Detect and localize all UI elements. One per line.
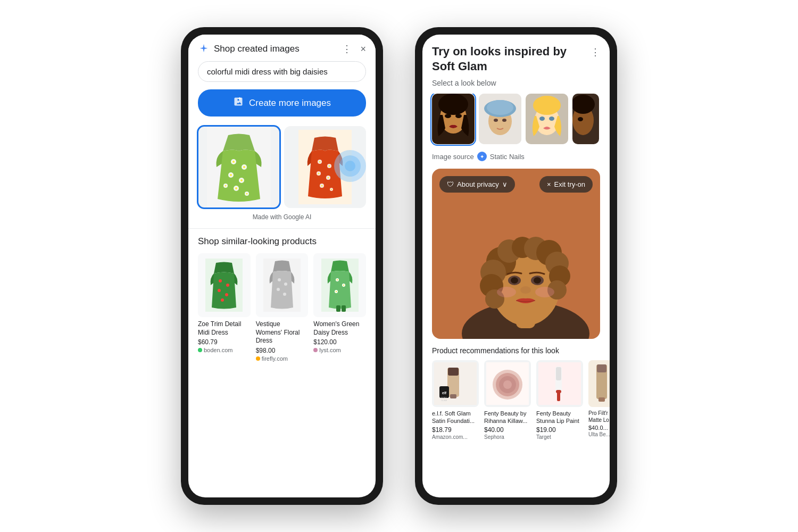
svg-point-68 xyxy=(549,117,554,121)
p2-product-store-3: Target xyxy=(536,434,583,440)
circle-decoration xyxy=(331,142,369,190)
p2-title: Try on looks inspired by Soft Glam xyxy=(432,44,570,73)
phone-2-screen: Try on looks inspired by Soft Glam ⋮ Sel… xyxy=(422,35,610,497)
look-thumb-1[interactable] xyxy=(432,94,475,144)
p2-product-card-3[interactable]: Fenty Beauty Stunna Lip Paint $19.00 Tar… xyxy=(536,360,583,440)
svg-point-72 xyxy=(578,117,583,121)
svg-rect-109 xyxy=(556,367,561,380)
svg-point-16 xyxy=(225,185,227,187)
image-card-green-dress[interactable] xyxy=(198,126,280,208)
image-source-label: Image source xyxy=(432,153,474,161)
ai-label: Made with Google AI xyxy=(188,213,376,221)
fenty-blush-image xyxy=(486,362,529,405)
similar-products-title: Shop similar-looking products xyxy=(188,236,376,253)
svg-point-6 xyxy=(243,166,245,168)
svg-point-36 xyxy=(218,289,221,292)
source-brand-icon: ✦ xyxy=(477,152,487,161)
p2-header: Try on looks inspired by Soft Glam ⋮ xyxy=(422,35,610,77)
p2-product-image-1: elf SOFT GLAM xyxy=(432,360,479,407)
svg-point-63 xyxy=(502,119,506,122)
p2-product-image-2 xyxy=(484,360,531,407)
product-price-1: $60.79 xyxy=(198,338,251,346)
phone-2: Try on looks inspired by Soft Glam ⋮ Sel… xyxy=(415,27,617,505)
product-card-2[interactable]: Vestique Womens' Floral Dress $98.00 fir… xyxy=(256,253,309,362)
svg-rect-97 xyxy=(450,394,456,398)
source-brand: Static Nails xyxy=(490,153,525,161)
phone-1: Shop created images ⋮ × colorful midi dr… xyxy=(181,27,383,505)
close-icon[interactable]: × xyxy=(360,44,366,55)
image-add-icon xyxy=(233,96,244,107)
p2-product-price-4: $40.0... xyxy=(588,425,610,431)
product-card-3[interactable]: Women's Green Daisy Dress $120.00 lyst.c… xyxy=(313,253,366,362)
ar-person-view xyxy=(432,169,600,339)
store-dot-2 xyxy=(256,356,260,361)
phone-1-screen: Shop created images ⋮ × colorful midi dr… xyxy=(188,35,376,497)
svg-point-93 xyxy=(535,287,554,297)
create-button-label: Create more images xyxy=(249,98,331,109)
svg-point-42 xyxy=(277,288,280,291)
look-thumb-4[interactable] xyxy=(572,94,599,144)
p2-more-options-icon[interactable]: ⋮ xyxy=(591,44,600,58)
privacy-chevron: ∨ xyxy=(502,180,508,188)
exit-tryon-button[interactable]: × Exit try-on xyxy=(539,176,593,193)
svg-point-50 xyxy=(335,291,336,292)
p2-product-image-4 xyxy=(588,360,610,407)
svg-point-46 xyxy=(336,279,337,280)
privacy-label: About privacy xyxy=(457,180,499,188)
svg-point-35 xyxy=(226,284,229,287)
p2-product-card-2[interactable]: Fenty Beauty by Rihanna Killaw... $40.00… xyxy=(484,360,531,440)
ar-overlay-bar: 🛡 About privacy ∨ × Exit try-on xyxy=(439,176,593,193)
svg-point-90 xyxy=(534,277,541,284)
svg-point-66 xyxy=(533,96,561,115)
look-2-face xyxy=(479,94,521,144)
look-thumb-2[interactable] xyxy=(479,94,521,144)
p2-product-name-1: e.l.f. Soft Glam Satin Foundati... xyxy=(432,410,479,425)
svg-text:GLAM: GLAM xyxy=(441,399,447,402)
svg-point-40 xyxy=(278,278,281,281)
svg-point-48 xyxy=(343,285,344,286)
search-input[interactable]: colorful midi dress with big daisies xyxy=(198,61,366,82)
image-card-orange-dress[interactable] xyxy=(284,126,366,208)
svg-point-91 xyxy=(520,286,531,294)
svg-point-55 xyxy=(438,94,468,115)
about-privacy-button[interactable]: 🛡 About privacy ∨ xyxy=(439,176,515,193)
lip-paint-image xyxy=(538,362,581,405)
p2-product-price-2: $40.00 xyxy=(484,426,531,434)
create-images-button[interactable]: Create more images xyxy=(198,89,366,117)
create-icon xyxy=(233,96,244,110)
product-name-3: Women's Green Daisy Dress xyxy=(313,320,366,337)
svg-point-8 xyxy=(230,174,232,176)
p1-header-left: Shop created images xyxy=(198,43,300,55)
rec-title: Product recommendations for this look xyxy=(422,346,610,360)
product-name-1: Zoe Trim Detail Midi Dress xyxy=(198,320,251,337)
exit-x-icon: × xyxy=(547,180,551,188)
svg-point-89 xyxy=(511,277,518,284)
product-store-1: boden.com xyxy=(198,347,251,353)
p1-title: Shop created images xyxy=(214,44,300,54)
look-thumb-3[interactable] xyxy=(526,94,568,144)
product-image-1 xyxy=(198,253,251,317)
svg-point-26 xyxy=(318,173,320,174)
svg-point-61 xyxy=(487,100,513,115)
more-options-icon[interactable]: ⋮ xyxy=(342,43,352,55)
google-spark-icon xyxy=(198,43,210,55)
product-image-3 xyxy=(313,253,366,317)
product-1-dress xyxy=(205,259,243,312)
divider xyxy=(188,228,376,229)
svg-rect-111 xyxy=(556,390,561,393)
looks-row xyxy=(422,94,610,152)
svg-point-12 xyxy=(235,187,237,189)
product-card-1[interactable]: Zoe Trim Detail Midi Dress $60.79 boden.… xyxy=(198,253,251,362)
p2-product-card-1[interactable]: elf SOFT GLAM e.l.f. Soft Glam Satin Fou… xyxy=(432,360,479,440)
p2-product-name-4: Pro Filt'r Matte Lo... xyxy=(588,410,610,423)
svg-point-106 xyxy=(503,380,512,389)
p1-header: Shop created images ⋮ × xyxy=(188,35,376,61)
p2-product-price-3: $19.00 xyxy=(536,426,583,434)
product-2-dress xyxy=(263,259,301,312)
svg-rect-1 xyxy=(238,98,241,99)
svg-point-57 xyxy=(455,114,462,118)
p2-product-name-2: Fenty Beauty by Rihanna Killaw... xyxy=(484,410,531,425)
image-source-row: Image source ✦ Static Nails xyxy=(422,152,610,169)
phones-container: Shop created images ⋮ × colorful midi dr… xyxy=(170,16,628,516)
p2-product-card-4[interactable]: Pro Filt'r Matte Lo... $40.0... Ulta Be.… xyxy=(588,360,610,440)
